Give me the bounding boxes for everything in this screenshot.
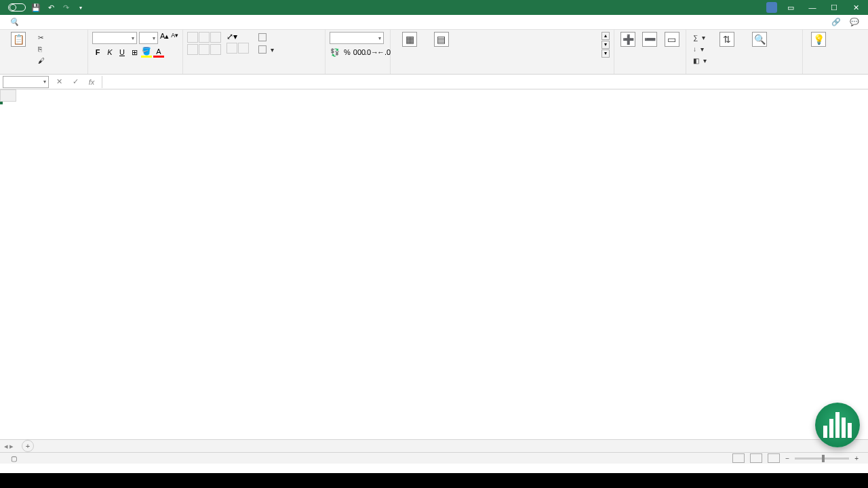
align-top-icon[interactable] <box>187 32 198 43</box>
cancel-formula-icon[interactable]: ✕ <box>53 76 65 88</box>
ideas-icon: 💡 <box>811 32 826 47</box>
comments-button[interactable]: 💬 <box>850 18 861 26</box>
autosum-button[interactable]: ∑ ▾ <box>690 32 709 43</box>
zoom-slider[interactable] <box>795 458 849 460</box>
sort-filter-button[interactable]: ⇅ <box>712 32 742 48</box>
italic-button[interactable]: K <box>104 47 115 58</box>
number-format-select[interactable] <box>330 32 384 44</box>
format-icon: ▭ <box>665 32 679 47</box>
record-macro-icon[interactable]: ▢ <box>11 455 17 462</box>
align-center-icon[interactable] <box>199 44 210 55</box>
styles-scroll-down-icon[interactable]: ▾ <box>601 41 610 49</box>
ribbon-display-icon[interactable]: ▭ <box>783 1 799 14</box>
sigma-icon: ∑ <box>693 34 698 41</box>
fill-button[interactable]: ↓ ▾ <box>690 43 709 54</box>
zoom-in-button[interactable]: + <box>854 455 859 462</box>
styles-scroll-up-icon[interactable]: ▴ <box>601 32 610 40</box>
fill-color-button[interactable]: 🪣 <box>141 47 152 58</box>
group-label <box>330 73 386 73</box>
align-left-icon[interactable] <box>187 44 198 55</box>
align-right-icon[interactable] <box>210 44 221 55</box>
currency-icon[interactable]: 💱 <box>330 47 340 58</box>
indent-decrease-icon[interactable] <box>226 43 237 54</box>
format-as-table-button[interactable]: ▤ <box>428 32 455 48</box>
font-name-select[interactable] <box>92 32 137 44</box>
paste-button[interactable]: 📋 <box>4 32 33 48</box>
wrap-text-button[interactable] <box>256 32 277 43</box>
user-avatar[interactable] <box>766 2 777 13</box>
format-painter-button[interactable]: 🖌 <box>35 55 50 66</box>
copy-button[interactable]: ⎘ <box>35 43 50 54</box>
delete-icon: ➖ <box>642 32 657 47</box>
border-button[interactable]: ⊞ <box>129 47 140 58</box>
group-label <box>807 73 830 73</box>
clear-button[interactable]: ◧ ▾ <box>690 55 709 66</box>
orientation-icon[interactable]: ⤢▾ <box>226 32 249 41</box>
group-label <box>92 73 178 73</box>
normal-view-button[interactable] <box>732 453 745 463</box>
group-label <box>618 73 682 73</box>
table-icon: ▤ <box>434 32 449 47</box>
eraser-icon: ◧ <box>693 57 699 64</box>
ideas-button[interactable]: 💡 <box>807 32 830 48</box>
redo-icon[interactable]: ↷ <box>61 3 71 12</box>
qat-customize-icon[interactable]: ▾ <box>76 3 85 12</box>
name-box[interactable] <box>3 76 49 88</box>
share-button[interactable]: 🔗 <box>831 18 843 26</box>
percent-icon[interactable]: % <box>342 47 353 58</box>
sheet-tab-bar: ◂ ▸ + <box>0 439 868 452</box>
format-cells-button[interactable]: ▭ <box>663 32 682 48</box>
group-label <box>187 73 321 73</box>
watermark-logo <box>815 403 860 447</box>
add-sheet-button[interactable]: + <box>22 440 34 452</box>
indent-increase-icon[interactable] <box>238 43 249 54</box>
status-bar: ▢ − + <box>0 452 868 464</box>
align-middle-icon[interactable] <box>199 32 210 43</box>
sort-icon: ⇅ <box>719 32 734 47</box>
page-break-view-button[interactable] <box>768 453 780 463</box>
underline-button[interactable]: U <box>117 47 127 58</box>
insert-icon: ➕ <box>620 32 635 47</box>
formula-input[interactable] <box>102 76 868 88</box>
increase-font-icon[interactable]: A▴ <box>160 32 169 44</box>
worksheet-grid[interactable] <box>0 89 868 439</box>
delete-cells-button[interactable]: ➖ <box>640 32 659 48</box>
merge-icon <box>258 45 267 54</box>
tell-me-search[interactable]: 🔍 <box>9 18 19 26</box>
maximize-icon[interactable]: ☐ <box>826 1 842 14</box>
conditional-formatting-button[interactable]: ▦ <box>395 32 425 48</box>
fx-icon[interactable]: fx <box>85 76 98 88</box>
font-size-select[interactable] <box>139 32 158 44</box>
cond-format-icon: ▦ <box>402 32 417 47</box>
zoom-out-button[interactable]: − <box>785 455 789 462</box>
save-icon[interactable]: 💾 <box>31 3 41 12</box>
enter-formula-icon[interactable]: ✓ <box>69 76 81 88</box>
merge-center-button[interactable]: ▾ <box>256 44 277 55</box>
sheet-nav-last-icon[interactable]: ▸ <box>9 442 14 451</box>
minimize-icon[interactable]: — <box>804 1 821 14</box>
font-color-button[interactable]: A <box>153 47 164 58</box>
sheet-nav-first-icon[interactable]: ◂ <box>4 442 8 451</box>
wrap-icon <box>258 33 267 41</box>
select-all-corner[interactable] <box>0 89 16 102</box>
find-select-button[interactable]: 🔍 <box>745 32 774 48</box>
undo-icon[interactable]: ↶ <box>46 3 56 12</box>
group-label <box>690 73 798 73</box>
comma-icon[interactable]: 000 <box>354 47 365 58</box>
group-label <box>4 73 83 73</box>
increase-decimal-icon[interactable]: .0→ <box>366 47 377 58</box>
autosave-toggle[interactable] <box>4 3 26 12</box>
page-layout-view-button[interactable] <box>750 453 762 463</box>
cut-button[interactable]: ✂ <box>35 32 50 43</box>
fill-icon: ↓ <box>693 45 696 53</box>
decrease-decimal-icon[interactable]: ←.0 <box>378 47 389 58</box>
decrease-font-icon[interactable]: A▾ <box>171 32 178 44</box>
bold-button[interactable]: F <box>92 47 103 58</box>
copy-icon: ⎘ <box>38 45 42 53</box>
insert-cells-button[interactable]: ➕ <box>618 32 637 48</box>
ribbon-tabs: 🔍 🔗 💬 <box>0 15 868 30</box>
close-icon[interactable]: ✕ <box>848 1 864 14</box>
scissors-icon: ✂ <box>38 34 43 41</box>
styles-more-icon[interactable]: ▾ <box>601 49 610 58</box>
align-bottom-icon[interactable] <box>210 32 221 43</box>
